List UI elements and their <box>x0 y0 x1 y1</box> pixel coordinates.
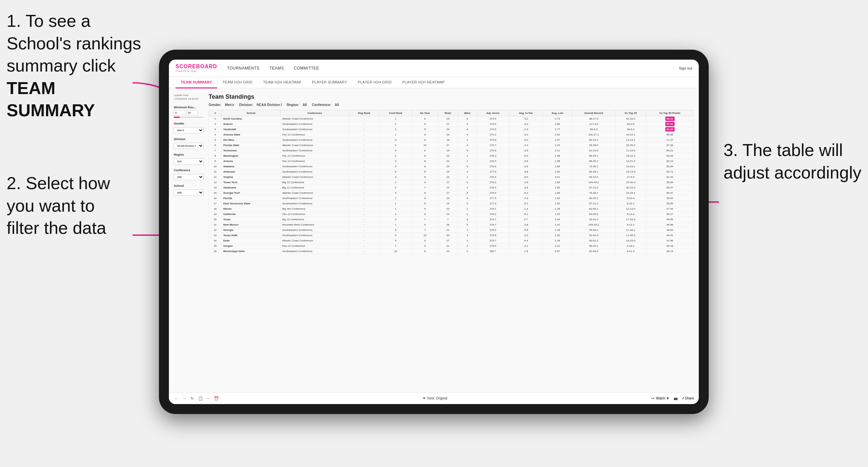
table-conference-filter: Conference: All <box>312 103 339 107</box>
cell-conf-rank: 4 <box>379 212 412 217</box>
filter-gender-select[interactable]: Men's Women's <box>174 127 204 133</box>
cell-avg-par: -1.8 <box>509 249 543 254</box>
cell-avg-par: -3.1 <box>509 243 543 249</box>
cell-school: Oregon <box>222 243 280 249</box>
clock-icon[interactable]: ⏰ <box>214 396 219 401</box>
filter-division-label: Division <box>174 137 204 141</box>
table-row: 2 Auburn Southeastern Conference - 1 9 2… <box>209 122 694 127</box>
forward-icon[interactable]: → <box>182 396 187 401</box>
back-icon[interactable]: ← <box>174 396 179 401</box>
table-row: 15 Georgia Tech Atlantic Coast Conferenc… <box>209 190 694 196</box>
col-no-tour: No Tour <box>412 110 438 116</box>
cell-vs-top-25: 18-12-1 <box>615 153 646 159</box>
cell-overall: 86-25-1 <box>572 153 615 159</box>
cell-vs-top-50-points: 40.18 <box>646 243 694 249</box>
col-school: School <box>222 110 280 116</box>
table-area: Team Standings Gender: Men's Division: N… <box>209 93 694 387</box>
filter-range-max[interactable] <box>186 110 198 115</box>
cell-conf-rank: 1 <box>379 122 412 127</box>
cell-rnds: 23 <box>438 206 458 212</box>
cell-rank: 22 <box>209 227 222 233</box>
cell-reg-rank: - <box>349 175 379 180</box>
cell-no-tour: 8 <box>412 164 438 169</box>
cell-avg-low: 1.30 <box>543 233 572 238</box>
share-button[interactable]: ↗ Share <box>682 397 694 400</box>
cell-reg-rank: - <box>349 132 379 137</box>
col-adj-score: Adj. Score <box>477 110 509 116</box>
cell-wins: 5 <box>458 201 477 206</box>
col-avg-par: Avg. to Par <box>509 110 543 116</box>
cell-vs-top-25: 23-23-1 <box>615 190 646 196</box>
screenshot-icon[interactable]: 📷 <box>674 397 678 400</box>
cell-reg-rank: - <box>349 190 379 196</box>
cell-wins: 9 <box>458 190 477 196</box>
nav-teams[interactable]: TEAMS <box>270 64 284 72</box>
cell-no-tour: 9 <box>412 116 438 122</box>
cell-avg-par: -5.1 <box>509 201 543 206</box>
cell-school: East Tennessee State <box>222 201 280 206</box>
cell-conf-rank: 1 <box>379 116 412 122</box>
cell-reg-rank: - <box>349 233 379 238</box>
filter-region-select[interactable]: N/A East West <box>174 158 204 165</box>
filter-conference-select[interactable]: (All) <box>174 174 204 180</box>
tab-team-summary[interactable]: TEAM SUMMARY <box>176 77 217 88</box>
cell-conf-rank: 2 <box>379 127 412 132</box>
view-original-label[interactable]: 👁 View: Original <box>423 397 447 400</box>
cell-conference: Atlantic Coast Conference <box>280 238 349 243</box>
nav-committee[interactable]: COMMITTEE <box>294 64 319 72</box>
cell-vs-top-25: 43-23-1 <box>615 132 646 137</box>
more-icon[interactable]: ⋯ <box>206 396 211 401</box>
cell-conference: Southeastern Conference <box>280 137 349 143</box>
cell-vs-top-25: 4-21-0 <box>615 249 646 254</box>
tab-player-summary[interactable]: PLAYER SUMMARY <box>307 77 352 88</box>
cell-rank: 1 <box>209 116 222 122</box>
table-row: 1 North Carolina Atlantic Coast Conferen… <box>209 116 694 122</box>
copy-icon[interactable]: 📋 <box>198 396 203 401</box>
cell-conf-rank: 1 <box>379 132 412 137</box>
slider-fill <box>174 117 180 118</box>
cell-adj-score: 277.5 <box>477 196 509 201</box>
cell-conf-rank: 2 <box>379 143 412 148</box>
filter-range-min[interactable] <box>174 110 185 115</box>
tab-team-h2h-grid[interactable]: TEAM H2H GRID <box>217 77 258 88</box>
cell-school: Georgia <box>222 227 280 233</box>
cell-rnds: 21 <box>438 243 458 249</box>
table-row: 8 Washington Pac-12 Conference - 2 8 23 … <box>209 153 694 159</box>
cell-school: Texas Tech <box>222 180 280 185</box>
nav-items: TOURNAMENTS TEAMS COMMITTEE <box>227 64 674 72</box>
nav-tournaments[interactable]: TOURNAMENTS <box>227 64 260 72</box>
cell-no-tour: 9 <box>412 238 438 243</box>
cell-avg-low: 1.41 <box>543 222 572 227</box>
cell-no-tour: 8 <box>412 153 438 159</box>
cell-school: North Carolina <box>222 116 280 122</box>
cell-conf-rank: 7 <box>379 243 412 249</box>
cell-rnds: 21 <box>438 227 458 233</box>
cell-overall: 92-40-3 <box>572 233 615 238</box>
cell-conference: Southeastern Conference <box>280 227 349 233</box>
table-row: 22 Georgia Southeastern Conference - 8 7… <box>209 227 694 233</box>
cell-vs-top-25: 13-24-1 <box>615 164 646 169</box>
filter-division-select[interactable]: NCAA Division I NCAA Division II NCAA Di… <box>174 143 204 149</box>
cell-wins: 1 <box>458 206 477 212</box>
tab-player-h2h-grid[interactable]: PLAYER H2H GRID <box>352 77 397 88</box>
cell-rnds: 23 <box>438 116 458 122</box>
cell-wins: 6 <box>458 122 477 127</box>
table-body: 1 North Carolina Atlantic Coast Conferen… <box>209 116 694 254</box>
cell-no-tour: 9 <box>412 122 438 127</box>
cell-adj-score: 279.7 <box>477 238 509 243</box>
sign-out-button[interactable]: Sign out <box>674 66 692 70</box>
tab-team-h2h-heatmap[interactable]: TEAM H2H HEATMAP <box>258 77 307 88</box>
cell-adj-score: 277.0 <box>477 169 509 175</box>
cell-rank: 6 <box>209 143 222 148</box>
tab-player-h2h-heatmap[interactable]: PLAYER H2H HEATMAP <box>397 77 450 88</box>
reload-icon[interactable]: ↻ <box>190 396 195 401</box>
cell-conference: Atlantic Coast Conference <box>280 143 349 148</box>
cell-rank: 17 <box>209 201 222 206</box>
cell-wins: 1 <box>458 175 477 180</box>
cell-reg-rank: - <box>349 148 379 153</box>
cell-no-tour: 8 <box>412 190 438 196</box>
filter-school-select[interactable]: (All) <box>174 189 204 196</box>
cell-reg-rank: - <box>349 116 379 122</box>
watch-button[interactable]: 👀 Watch ▼ <box>651 397 669 400</box>
cell-overall: 59-39-1 <box>572 227 615 233</box>
